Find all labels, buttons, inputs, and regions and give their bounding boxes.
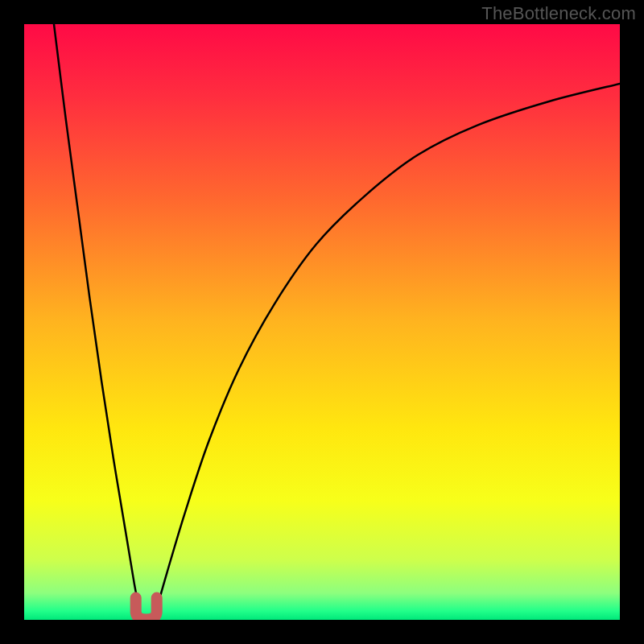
plot-area [24, 24, 620, 620]
background-gradient [24, 24, 620, 620]
watermark-text: TheBottleneck.com [481, 3, 636, 24]
svg-rect-0 [24, 24, 620, 620]
chart-frame: TheBottleneck.com [0, 0, 644, 644]
